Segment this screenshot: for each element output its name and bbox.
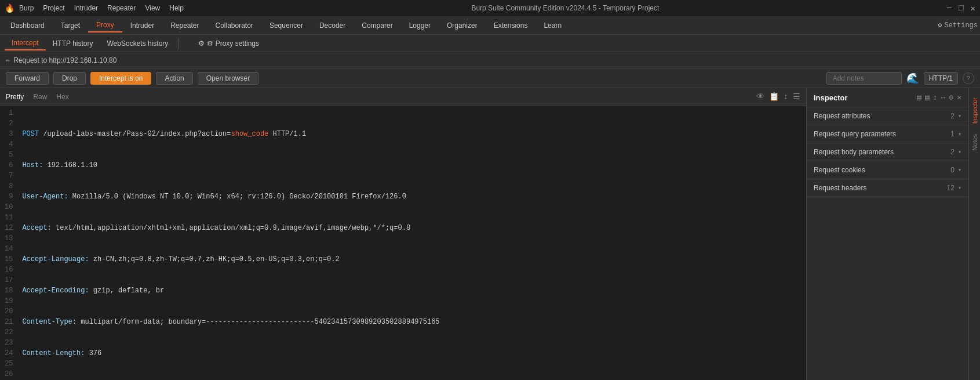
line-num-7: 7 bbox=[5, 171, 13, 181]
tab-comparer[interactable]: Comparer bbox=[354, 19, 400, 32]
inspector-section-headers-header[interactable]: Request headers 12 ▾ bbox=[807, 179, 968, 197]
line-num-17: 17 bbox=[5, 275, 13, 285]
maximize-button[interactable]: □ bbox=[959, 3, 963, 13]
action-param-token: show_code bbox=[231, 129, 268, 139]
host-header-value: 192.168.1.10 bbox=[48, 160, 97, 171]
proxy-settings-button[interactable]: ⚙ ⚙ Proxy settings bbox=[191, 37, 266, 50]
line-num-8: 8 bbox=[5, 181, 13, 191]
drop-button[interactable]: Drop bbox=[53, 72, 86, 85]
view-tab-raw[interactable]: Raw bbox=[33, 93, 47, 101]
menu-help[interactable]: Help bbox=[169, 4, 184, 12]
inspector-section-body-params-header[interactable]: Request body parameters 2 ▾ bbox=[807, 143, 968, 161]
method-token: POST bbox=[22, 129, 43, 139]
forward-button[interactable]: Forward bbox=[6, 72, 49, 85]
vtab-notes[interactable]: Notes bbox=[970, 129, 979, 155]
intercept-on-button[interactable]: Intercept is on bbox=[90, 72, 151, 85]
menu-project[interactable]: Project bbox=[43, 4, 64, 12]
code-line-8: Content-Length: 376 bbox=[22, 348, 802, 359]
line-num-14: 14 bbox=[5, 244, 13, 254]
tab-repeater[interactable]: Repeater bbox=[162, 19, 207, 32]
inspector-section-cookies: Request cookies 0 ▾ bbox=[807, 161, 968, 179]
http1-button[interactable]: HTTP/1 bbox=[924, 72, 958, 85]
line-num-6: 6 bbox=[5, 160, 13, 171]
tab-logger[interactable]: Logger bbox=[401, 19, 439, 32]
tab-collaborator[interactable]: Collaborator bbox=[207, 19, 261, 32]
help-button[interactable]: ? bbox=[963, 73, 974, 84]
minimize-button[interactable]: ─ bbox=[947, 3, 952, 13]
inspector-grid-icon[interactable]: ▤ bbox=[917, 93, 921, 102]
inspector-section-cookies-header[interactable]: Request cookies 0 ▾ bbox=[807, 161, 968, 179]
inspector-section-query-params-header[interactable]: Request query parameters 1 ▾ bbox=[807, 125, 968, 143]
inspector-chevron-2: ▾ bbox=[958, 149, 961, 155]
line-num-20: 20 bbox=[5, 306, 13, 317]
inspector-settings-icon[interactable]: ⚙ bbox=[949, 93, 953, 102]
eye-icon[interactable]: 👁 bbox=[756, 92, 764, 102]
tab-extensions[interactable]: Extensions bbox=[486, 19, 536, 32]
line-num-15: 15 bbox=[5, 254, 13, 265]
useragent-header-value: Mozilla/5.0 (Windows NT 10.0; Win64; x64… bbox=[72, 191, 406, 202]
inspector-section-count-area-4: 12 ▾ bbox=[947, 184, 961, 192]
line-num-3: 3 bbox=[5, 129, 13, 139]
tab-learn[interactable]: Learn bbox=[535, 19, 570, 32]
settings-button[interactable]: ⚙ Settings bbox=[938, 21, 978, 30]
inspector-close-icon[interactable]: ✕ bbox=[957, 93, 961, 102]
burp-logo-icon: 🔥 bbox=[5, 3, 14, 13]
action-button[interactable]: Action bbox=[156, 72, 192, 85]
view-tab-pretty[interactable]: Pretty bbox=[6, 93, 24, 101]
sub-tab-intercept[interactable]: Intercept bbox=[5, 37, 46, 50]
tab-sequencer[interactable]: Sequencer bbox=[261, 19, 311, 32]
copy-icon[interactable]: 📋 bbox=[769, 92, 779, 102]
tab-proxy[interactable]: Proxy bbox=[88, 19, 122, 32]
line-numbers: 1 2 3 4 5 6 7 8 9 10 11 12 13 14 15 16 1… bbox=[0, 106, 17, 380]
line-num-24: 24 bbox=[5, 348, 13, 359]
line-num-22: 22 bbox=[5, 327, 13, 338]
gear-icon: ⚙ bbox=[198, 39, 205, 48]
inspector-expand-icon[interactable]: ↔ bbox=[941, 93, 946, 102]
sort-icon[interactable]: ↕ bbox=[784, 92, 788, 102]
line-num-26: 26 bbox=[5, 369, 13, 379]
inspector-section-query-params: Request query parameters 1 ▾ bbox=[807, 125, 968, 143]
tab-dashboard[interactable]: Dashboard bbox=[2, 19, 53, 32]
line-num-11: 11 bbox=[5, 212, 13, 223]
inspector-section-count-area-0: 2 ▾ bbox=[950, 112, 961, 120]
menu-icon[interactable]: ☰ bbox=[793, 92, 800, 102]
editor-area: Pretty Raw Hex 👁 📋 ↕ ☰ 1 2 3 4 5 6 7 8 9 bbox=[0, 88, 806, 380]
code-line-7: Content-Type: multipart/form-data; bound… bbox=[22, 317, 802, 327]
proxy-settings-label: ⚙ Proxy settings bbox=[207, 39, 259, 48]
line-num-12: 12 bbox=[5, 223, 13, 233]
view-tab-hex[interactable]: Hex bbox=[56, 93, 68, 101]
edit-icon: ✏ bbox=[6, 56, 10, 64]
line-num-16: 16 bbox=[5, 265, 13, 275]
inspector-section-request-attributes-header[interactable]: Request attributes 2 ▾ bbox=[807, 107, 968, 125]
inspector-section-count-area-2: 2 ▾ bbox=[950, 148, 961, 156]
inspector-request-attributes-label: Request attributes bbox=[814, 112, 870, 120]
sub-tab-websockets-history[interactable]: WebSockets history bbox=[100, 37, 176, 50]
line-num-25: 25 bbox=[5, 359, 13, 369]
tab-target[interactable]: Target bbox=[53, 19, 88, 32]
menu-intruder[interactable]: Intruder bbox=[74, 4, 98, 12]
code-content[interactable]: POST /upload-labs-master/Pass-02/index.p… bbox=[17, 106, 806, 380]
tab-organizer[interactable]: Organizer bbox=[439, 19, 486, 32]
menu-burp[interactable]: Burp bbox=[19, 4, 34, 12]
inspector-sort-icon[interactable]: ↕ bbox=[933, 93, 938, 102]
inspector-request-attributes-count: 2 bbox=[950, 112, 955, 120]
content-length-header-value: 376 bbox=[89, 348, 102, 359]
http-version-token: HTTP/1.1 bbox=[268, 129, 306, 139]
menu-view[interactable]: View bbox=[145, 4, 160, 12]
vtab-inspector[interactable]: Inspector bbox=[970, 93, 979, 128]
inspector-section-request-attributes: Request attributes 2 ▾ bbox=[807, 107, 968, 125]
tab-intruder[interactable]: Intruder bbox=[122, 19, 162, 32]
flame-icon: 🌊 bbox=[906, 72, 919, 85]
content-type-header-name: Content-Type: bbox=[22, 317, 81, 327]
add-notes-input[interactable] bbox=[826, 72, 902, 85]
sub-tab-http-history[interactable]: HTTP history bbox=[46, 37, 100, 50]
tab-decoder[interactable]: Decoder bbox=[311, 19, 354, 32]
close-button[interactable]: ✕ bbox=[971, 3, 975, 13]
inspector-list-icon[interactable]: ▤ bbox=[925, 93, 930, 102]
inspector-body-params-label: Request body parameters bbox=[814, 148, 894, 156]
inspector-section-count-area-1: 1 ▾ bbox=[950, 130, 961, 138]
menu-repeater[interactable]: Repeater bbox=[107, 4, 136, 12]
open-browser-button[interactable]: Open browser bbox=[198, 72, 258, 85]
titlebar-left: 🔥 Burp Project Intruder Repeater View He… bbox=[5, 3, 184, 13]
inspector-panel: Inspector ▤ ▤ ↕ ↔ ⚙ ✕ Request attributes… bbox=[806, 88, 968, 380]
